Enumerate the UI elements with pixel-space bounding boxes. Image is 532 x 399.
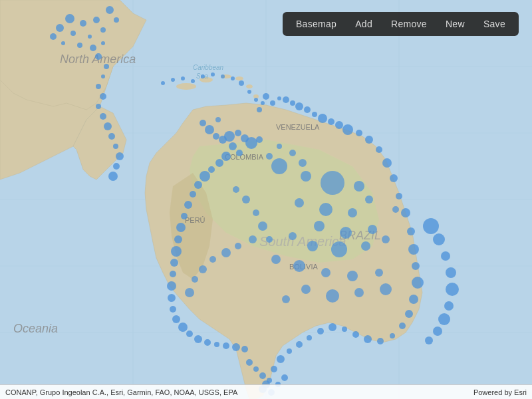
svg-point-51 — [113, 163, 120, 170]
svg-point-72 — [304, 106, 311, 113]
svg-point-58 — [211, 72, 215, 76]
svg-point-123 — [184, 201, 192, 209]
svg-point-192 — [253, 209, 259, 216]
svg-point-148 — [348, 208, 357, 217]
remove-button[interactable]: Remove — [382, 12, 436, 36]
svg-point-52 — [108, 172, 118, 181]
svg-point-68 — [277, 96, 281, 100]
svg-point-197 — [221, 248, 231, 257]
svg-point-149 — [314, 221, 325, 231]
svg-point-12 — [235, 76, 243, 80]
svg-point-102 — [277, 355, 285, 363]
svg-point-114 — [256, 136, 263, 143]
svg-point-118 — [215, 159, 223, 167]
svg-point-182 — [281, 374, 288, 381]
svg-point-101 — [287, 348, 292, 354]
svg-point-137 — [204, 339, 211, 346]
map-container[interactable]: North America Caribbean Sea VENEZUELA CO… — [0, 0, 532, 399]
svg-point-93 — [377, 338, 384, 344]
save-button[interactable]: Save — [474, 12, 515, 36]
svg-point-116 — [236, 150, 243, 156]
svg-point-60 — [231, 76, 235, 80]
svg-point-32 — [88, 35, 92, 39]
svg-point-172 — [444, 301, 454, 311]
svg-point-33 — [106, 6, 114, 14]
basemap-button[interactable]: Basemap — [287, 12, 346, 36]
bottom-bar: CONANP, Grupo Ingeolan C.A., Esri, Garmi… — [0, 384, 532, 399]
svg-point-168 — [433, 233, 445, 245]
svg-text:Oceania: Oceania — [13, 322, 58, 335]
svg-point-61 — [239, 80, 244, 86]
svg-point-42 — [101, 74, 105, 78]
svg-point-141 — [241, 346, 248, 352]
svg-point-27 — [80, 20, 86, 27]
svg-point-176 — [246, 359, 253, 366]
svg-point-132 — [170, 306, 176, 313]
svg-point-115 — [229, 142, 237, 150]
svg-point-159 — [321, 268, 331, 277]
svg-point-62 — [247, 90, 251, 94]
svg-point-185 — [277, 144, 282, 149]
svg-point-195 — [249, 235, 257, 243]
svg-point-194 — [266, 236, 273, 243]
svg-point-111 — [235, 130, 241, 136]
svg-point-188 — [365, 196, 373, 203]
svg-point-97 — [329, 323, 336, 331]
svg-point-171 — [446, 283, 459, 296]
svg-point-174 — [433, 327, 442, 336]
svg-point-78 — [356, 130, 362, 136]
svg-point-48 — [108, 133, 115, 140]
svg-point-189 — [392, 206, 399, 213]
svg-point-73 — [312, 112, 317, 117]
svg-point-110 — [224, 131, 235, 142]
svg-point-191 — [242, 196, 250, 203]
svg-text:Caribbean: Caribbean — [193, 64, 224, 71]
svg-point-77 — [342, 124, 353, 135]
svg-point-94 — [364, 335, 372, 343]
svg-point-158 — [293, 260, 305, 272]
svg-point-199 — [199, 265, 207, 273]
svg-point-64 — [257, 107, 262, 112]
svg-point-160 — [347, 271, 358, 281]
svg-point-92 — [390, 333, 395, 338]
svg-point-190 — [233, 186, 239, 193]
svg-point-156 — [382, 235, 390, 243]
svg-point-128 — [170, 259, 178, 267]
svg-point-88 — [412, 277, 424, 289]
svg-point-91 — [399, 323, 406, 329]
svg-point-35 — [50, 33, 57, 40]
svg-point-46 — [100, 113, 106, 120]
svg-point-40 — [95, 53, 102, 60]
svg-point-178 — [259, 372, 266, 379]
svg-point-85 — [407, 227, 415, 235]
svg-point-193 — [258, 221, 267, 231]
svg-point-117 — [221, 152, 231, 161]
svg-point-41 — [104, 64, 109, 69]
svg-point-147 — [319, 203, 332, 216]
svg-point-59 — [221, 74, 225, 78]
svg-point-9 — [176, 83, 196, 90]
svg-point-152 — [289, 232, 297, 240]
add-button[interactable]: Add — [346, 12, 382, 36]
map-background: North America Caribbean Sea VENEZUELA CO… — [0, 0, 532, 399]
svg-point-86 — [408, 244, 419, 255]
svg-point-103 — [271, 366, 277, 372]
svg-point-90 — [405, 310, 413, 318]
svg-point-107 — [205, 125, 214, 134]
svg-point-120 — [200, 171, 210, 182]
svg-point-76 — [335, 121, 343, 129]
svg-point-126 — [174, 235, 182, 243]
svg-point-129 — [170, 271, 176, 277]
svg-point-44 — [100, 93, 106, 100]
svg-point-169 — [441, 251, 450, 261]
svg-point-38 — [90, 45, 96, 51]
svg-point-154 — [331, 241, 347, 257]
new-button[interactable]: New — [436, 12, 474, 36]
svg-point-145 — [354, 181, 364, 192]
svg-point-153 — [307, 241, 318, 251]
svg-point-45 — [96, 104, 101, 109]
svg-text:PERÚ: PERÚ — [185, 216, 205, 224]
svg-point-39 — [101, 41, 105, 45]
svg-point-80 — [376, 146, 382, 153]
svg-point-161 — [375, 269, 383, 277]
